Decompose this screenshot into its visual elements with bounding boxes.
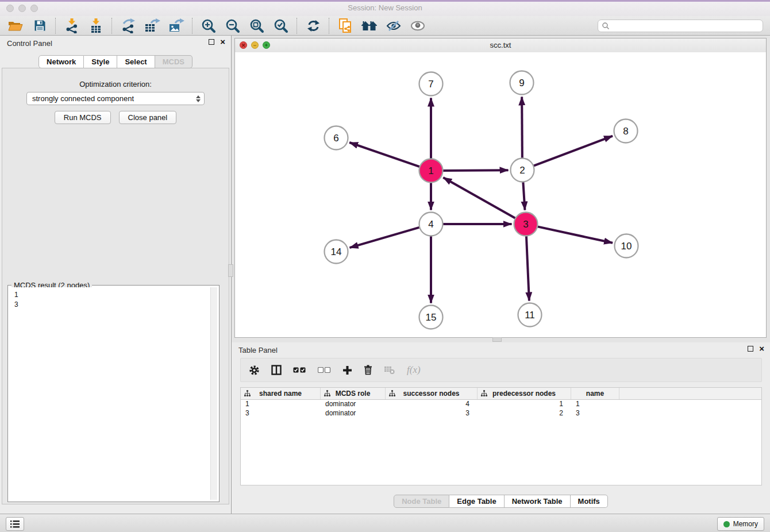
titlebar-accent	[0, 0, 770, 2]
zoom-in-button[interactable]	[200, 18, 217, 34]
show-columns-button[interactable]	[271, 363, 282, 377]
tab-edge-table[interactable]: Edge Table	[449, 495, 504, 508]
function-builder-button[interactable]: f(x)	[407, 364, 421, 376]
graph-edge-3-11[interactable]	[526, 235, 529, 300]
cell-r0-mcds-role[interactable]: dominator	[321, 400, 386, 409]
import-table-button[interactable]	[87, 18, 105, 34]
table-panel-float-icon[interactable]	[748, 346, 753, 352]
memory-status-icon	[723, 521, 730, 527]
tab-style[interactable]: Style	[84, 55, 117, 68]
search-input[interactable]	[610, 20, 763, 32]
graph-edge-3-1[interactable]	[443, 178, 516, 218]
table-panel-title: Table Panel	[238, 346, 278, 354]
cell-r0-successor-nodes[interactable]: 4	[386, 400, 478, 409]
import-network-button[interactable]	[63, 18, 80, 34]
cell-r1-mcds-role[interactable]: dominator	[321, 409, 386, 418]
select-all-columns-button[interactable]	[293, 363, 306, 377]
show-all-button[interactable]	[409, 18, 426, 34]
delete-column-button[interactable]	[364, 363, 372, 377]
search-field[interactable]	[598, 20, 763, 32]
table-header-row: shared nameMCDS rolesuccessor nodesprede…	[241, 388, 761, 400]
run-mcds-button[interactable]: Run MCDS	[55, 111, 111, 124]
cell-r0-name[interactable]: 1	[571, 400, 619, 409]
control-panel-float-icon[interactable]	[209, 39, 214, 45]
zoom-out-button[interactable]	[224, 18, 241, 34]
column-header-successor-nodes[interactable]: successor nodes	[386, 388, 478, 399]
mcds-result-scrollbar[interactable]	[210, 287, 217, 500]
zoom-selected-icon	[274, 18, 288, 33]
network-window-titlebar[interactable]: ✕ − + scc.txt	[235, 38, 766, 53]
delete-table-icon	[384, 365, 395, 375]
graph-edge-2-8[interactable]	[533, 136, 613, 166]
graph-edge-2-9[interactable]	[522, 97, 522, 159]
export-image-button[interactable]	[168, 18, 185, 34]
column-header-mcds-role[interactable]: MCDS role	[321, 388, 386, 399]
cell-r1-successor-nodes[interactable]: 3	[386, 409, 478, 418]
open-file-button[interactable]	[7, 18, 24, 34]
tab-motifs[interactable]: Motifs	[571, 495, 608, 508]
graph-edge-1-2[interactable]	[442, 170, 508, 171]
column-header-shared-name[interactable]: shared name	[241, 388, 321, 399]
network-canvas[interactable]: 7968124314101511	[235, 52, 766, 337]
table-options-button[interactable]	[249, 363, 260, 377]
main-area: Control Panel × NetworkStyleSelectMCDS O…	[0, 36, 770, 514]
delete-table-button[interactable]	[384, 363, 395, 377]
table-row[interactable]: 3dominator323	[241, 409, 761, 418]
task-history-button[interactable]	[6, 517, 24, 531]
mcds-result-text[interactable]: 1 3	[10, 287, 211, 500]
column-header-predecessor-nodes[interactable]: predecessor nodes	[478, 388, 571, 399]
close-panel-button[interactable]: Close panel	[119, 111, 177, 124]
hide-selected-button[interactable]	[385, 18, 402, 34]
checked-boxes-icon	[293, 367, 306, 373]
zoom-fit-icon	[249, 18, 264, 33]
tab-network-table[interactable]: Network Table	[505, 495, 571, 508]
plus-icon	[342, 365, 352, 375]
export-table-button[interactable]	[144, 18, 161, 34]
right-region: ✕ − + scc.txt 7968124314101511 Table Pan…	[232, 36, 770, 514]
home-layout-icon	[361, 20, 378, 32]
memory-label: Memory	[733, 520, 758, 528]
graph-edge-2-3[interactable]	[523, 181, 525, 210]
dropdown-stepper-icon	[196, 95, 201, 102]
zoom-fit-button[interactable]	[248, 18, 265, 34]
tab-node-table[interactable]: Node Table	[394, 495, 449, 508]
cell-r1-name[interactable]: 3	[571, 409, 619, 418]
graph-node-label-3: 3	[523, 219, 528, 230]
cell-r1-predecessor-nodes[interactable]: 2	[478, 409, 571, 418]
cell-r1-shared-name[interactable]: 3	[241, 409, 321, 418]
column-sort-icon	[244, 390, 251, 396]
tab-mcds[interactable]: MCDS	[155, 55, 192, 68]
export-image-icon	[168, 18, 184, 33]
network-title: scc.txt	[235, 41, 766, 49]
import-table-icon	[88, 18, 103, 33]
table-panel-close-icon[interactable]: ×	[759, 346, 764, 352]
unselect-all-columns-button[interactable]	[318, 363, 331, 377]
save-session-button[interactable]	[31, 18, 48, 34]
refresh-button[interactable]	[305, 18, 322, 34]
tab-select[interactable]: Select	[117, 55, 155, 68]
graph-node-label-6: 6	[333, 133, 338, 144]
criterion-dropdown[interactable]: strongly connected component	[26, 92, 205, 105]
memory-button[interactable]: Memory	[717, 517, 764, 531]
export-network-icon	[121, 18, 136, 33]
apply-preferred-layout-button[interactable]	[361, 18, 378, 34]
control-panel-close-icon[interactable]: ×	[220, 39, 225, 45]
tab-network[interactable]: Network	[38, 55, 84, 68]
table-row[interactable]: 1dominator411	[241, 400, 761, 409]
graph-node-label-14: 14	[331, 246, 342, 257]
zoom-selected-button[interactable]	[272, 18, 290, 34]
vertical-splitter-grip[interactable]	[228, 264, 233, 277]
graph-edge-3-10[interactable]	[537, 226, 613, 243]
column-header-name[interactable]: name	[571, 388, 619, 399]
search-icon	[602, 22, 610, 30]
cell-r0-predecessor-nodes[interactable]: 1	[478, 400, 571, 409]
add-column-button[interactable]	[342, 363, 352, 377]
graph-edge-1-6[interactable]	[349, 142, 420, 167]
horizontal-splitter-grip[interactable]	[492, 337, 502, 342]
export-network-button[interactable]	[120, 18, 137, 34]
list-icon	[10, 521, 20, 528]
graph-node-label-9: 9	[519, 78, 524, 88]
copy-current-style-button[interactable]	[337, 18, 354, 34]
graph-edge-4-14[interactable]	[350, 227, 421, 248]
cell-r0-shared-name[interactable]: 1	[241, 400, 321, 409]
